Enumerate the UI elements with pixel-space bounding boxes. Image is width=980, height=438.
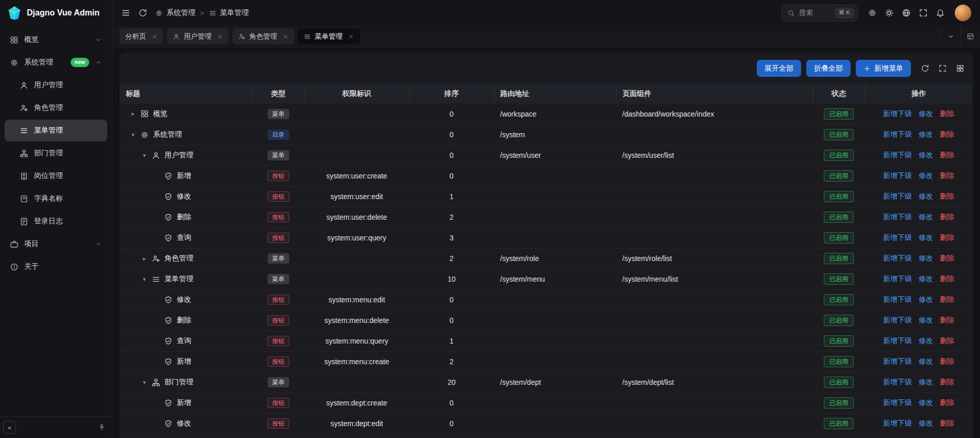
edit-link[interactable]: 修改 — [919, 254, 933, 263]
delete-link[interactable]: 删除 — [940, 171, 954, 181]
caret-down-icon[interactable]: ▾ — [141, 380, 147, 385]
collapse-all-button[interactable]: 折叠全部 — [806, 60, 851, 77]
delete-link[interactable]: 删除 — [940, 109, 954, 119]
add-child-link[interactable]: 新增下级 — [883, 109, 912, 119]
edit-link[interactable]: 修改 — [919, 151, 933, 160]
delete-link[interactable]: 删除 — [940, 151, 954, 160]
table-settings-icon[interactable] — [956, 64, 965, 73]
edit-link[interactable]: 修改 — [919, 357, 933, 366]
add-child-link[interactable]: 新增下级 — [883, 171, 912, 181]
type-badge: 菜单 — [268, 253, 289, 264]
bell-icon[interactable] — [936, 8, 945, 18]
sidebar-item[interactable]: 角色管理 — [5, 97, 107, 119]
tab-item[interactable]: 分析页 — [120, 28, 163, 44]
fullscreen-icon[interactable] — [938, 64, 947, 73]
edit-link[interactable]: 修改 — [919, 213, 933, 222]
permission-cell — [304, 145, 409, 166]
delete-link[interactable]: 删除 — [940, 274, 954, 284]
add-menu-button[interactable]: 新增菜单 — [856, 60, 911, 77]
edit-link[interactable]: 修改 — [919, 336, 933, 346]
add-child-link[interactable]: 新增下级 — [883, 295, 912, 304]
delete-link[interactable]: 删除 — [940, 336, 954, 346]
edit-link[interactable]: 修改 — [919, 419, 933, 428]
edit-link[interactable]: 修改 — [919, 378, 933, 387]
sidebar-item-label: 概览 — [24, 35, 89, 44]
add-child-link[interactable]: 新增下级 — [883, 357, 912, 366]
add-child-link[interactable]: 新增下级 — [883, 316, 912, 325]
delete-link[interactable]: 删除 — [940, 254, 954, 263]
edit-link[interactable]: 修改 — [919, 316, 933, 325]
close-icon[interactable] — [152, 34, 158, 40]
hamburger-icon[interactable] — [121, 8, 130, 18]
chevron-down-button[interactable] — [941, 26, 960, 47]
delete-link[interactable]: 删除 — [940, 357, 954, 366]
sidebar-item[interactable]: 系统管理new — [5, 52, 107, 73]
add-child-link[interactable]: 新增下级 — [883, 419, 912, 428]
add-child-link[interactable]: 新增下级 — [883, 398, 912, 408]
breadcrumb-item[interactable]: 菜单管理 — [209, 8, 249, 18]
language-icon[interactable] — [902, 8, 911, 18]
close-icon[interactable] — [348, 34, 354, 40]
tab-item[interactable]: 用户管理 — [167, 28, 229, 44]
add-child-link[interactable]: 新增下级 — [883, 254, 912, 263]
add-child-link[interactable]: 新增下级 — [883, 233, 912, 242]
sidebar-item[interactable]: 关于 — [5, 256, 107, 278]
search-input[interactable]: 搜索 ⌘ K — [782, 5, 858, 22]
tab-item[interactable]: 菜单管理 — [298, 28, 360, 44]
caret-down-icon[interactable]: ▾ — [130, 132, 136, 138]
add-child-link[interactable]: 新增下级 — [883, 213, 912, 222]
sidebar-item[interactable]: 用户管理 — [5, 74, 107, 96]
refresh-icon[interactable] — [138, 8, 147, 18]
sidebar-item[interactable]: 菜单管理 — [5, 120, 107, 141]
layout-button[interactable] — [960, 26, 980, 47]
sidebar-item[interactable]: 部门管理 — [5, 142, 107, 164]
caret-down-icon[interactable]: ▾ — [141, 153, 147, 158]
add-child-link[interactable]: 新增下级 — [883, 336, 912, 346]
add-child-link[interactable]: 新增下级 — [883, 378, 912, 387]
delete-link[interactable]: 删除 — [940, 233, 954, 242]
delete-link[interactable]: 删除 — [940, 378, 954, 387]
delete-link[interactable]: 删除 — [940, 419, 954, 428]
pin-icon[interactable] — [98, 424, 106, 431]
delete-link[interactable]: 删除 — [940, 213, 954, 222]
tab-item[interactable]: 角色管理 — [232, 28, 294, 44]
delete-link[interactable]: 删除 — [940, 295, 954, 304]
sidebar-item[interactable]: 项目 — [5, 233, 107, 255]
add-child-link[interactable]: 新增下级 — [883, 151, 912, 160]
add-child-link[interactable]: 新增下级 — [883, 130, 912, 139]
delete-link[interactable]: 删除 — [940, 398, 954, 408]
delete-link[interactable]: 删除 — [940, 316, 954, 325]
edit-link[interactable]: 修改 — [919, 398, 933, 408]
delete-link[interactable]: 删除 — [940, 130, 954, 139]
edit-link[interactable]: 修改 — [919, 130, 933, 139]
avatar[interactable] — [955, 5, 971, 21]
edit-link[interactable]: 修改 — [919, 233, 933, 242]
edit-link[interactable]: 修改 — [919, 274, 933, 284]
refresh-icon[interactable] — [921, 64, 929, 73]
sun-icon[interactable] — [885, 8, 894, 18]
add-child-link[interactable]: 新增下级 — [883, 274, 912, 284]
close-icon[interactable] — [283, 34, 289, 40]
breadcrumb-item[interactable]: 系统管理 — [155, 8, 195, 18]
delete-link[interactable]: 删除 — [940, 192, 954, 201]
sidebar-item[interactable]: 登录日志 — [5, 210, 107, 232]
edit-link[interactable]: 修改 — [919, 192, 933, 201]
settings-gear-icon[interactable] — [868, 8, 877, 18]
close-icon[interactable] — [217, 34, 223, 40]
edit-link[interactable]: 修改 — [919, 109, 933, 119]
sidebar-item[interactable]: 概览 — [5, 29, 107, 51]
sidebar-item[interactable]: 岗位管理 — [5, 165, 107, 187]
caret-right-icon[interactable]: ▸ — [141, 256, 147, 262]
sidebar-collapse-button[interactable]: « — [3, 421, 16, 434]
edit-link[interactable]: 修改 — [919, 171, 933, 181]
edit-link[interactable]: 修改 — [919, 295, 933, 304]
fullscreen-icon[interactable] — [919, 8, 928, 18]
user-icon — [152, 151, 160, 160]
caret-down-icon[interactable]: ▾ — [141, 277, 147, 282]
add-menu-label: 新增菜单 — [874, 64, 903, 73]
expand-all-button[interactable]: 展开全部 — [757, 60, 801, 77]
caret-right-icon[interactable]: ▸ — [130, 111, 136, 117]
app-logo[interactable]: Djagno Vue Admin — [0, 0, 112, 26]
add-child-link[interactable]: 新增下级 — [883, 192, 912, 201]
sidebar-item[interactable]: 字典名称 — [5, 188, 107, 209]
